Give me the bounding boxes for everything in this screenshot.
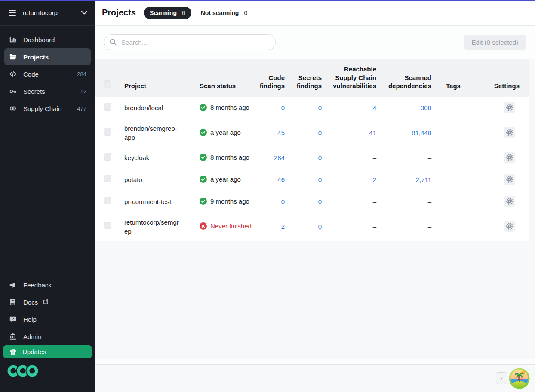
scanned-dependencies-empty: – xyxy=(428,154,431,161)
settings-button[interactable] xyxy=(504,221,515,232)
pagination-prev-button[interactable]: ‹ xyxy=(496,372,507,384)
row-checkbox[interactable] xyxy=(104,153,111,161)
reachable-vulnerabilities-link[interactable]: 4 xyxy=(373,104,376,111)
sidebar-item-projects[interactable]: Projects xyxy=(4,48,91,65)
reachable-vulnerabilities-link[interactable]: 41 xyxy=(369,129,376,136)
table-row[interactable]: keycloak8 months ago2840–– xyxy=(95,147,529,169)
scan-success-icon xyxy=(200,154,207,163)
hamburger-menu-icon[interactable] xyxy=(9,10,16,16)
reachable-vulnerabilities-empty: – xyxy=(373,198,376,205)
projects-table-card: Project Scan status Code findings Secret… xyxy=(95,59,529,359)
project-name: pr-comment-test xyxy=(124,198,171,205)
toolbar: Edit (0 selected) xyxy=(95,26,535,59)
secrets-findings-link[interactable]: 0 xyxy=(318,104,322,111)
tags-cell xyxy=(434,97,484,119)
secrets-findings-link[interactable]: 0 xyxy=(318,129,322,136)
table-row[interactable]: pr-comment-test9 months ago00–– xyxy=(95,191,529,213)
column-header-settings: Settings xyxy=(484,59,529,97)
sidebar: returntocorp Dashboard Projects Code 284 xyxy=(0,0,95,392)
column-header-scan-status: Scan status xyxy=(197,59,254,97)
select-all-checkbox[interactable] xyxy=(104,80,111,88)
org-switcher[interactable]: returntocorp xyxy=(0,0,95,26)
scan-status-text: 8 months ago xyxy=(210,154,249,161)
sidebar-nav: Dashboard Projects Code 284 Secrets 12 xyxy=(0,26,95,117)
settings-button[interactable] xyxy=(504,127,515,138)
sidebar-item-count: 477 xyxy=(77,105,86,112)
search-input[interactable] xyxy=(104,34,276,50)
help-chat-icon: ? xyxy=(9,315,17,323)
scan-success-icon xyxy=(200,104,207,113)
tab-scanning[interactable]: Scanning 6 xyxy=(144,7,191,19)
row-checkbox[interactable] xyxy=(104,222,111,229)
scan-status-link[interactable]: Never finished xyxy=(210,222,252,230)
scanned-dependencies-link[interactable]: 2,711 xyxy=(416,176,431,183)
code-icon xyxy=(9,70,17,78)
table-row[interactable]: returntocorp/semgrepNever finished20–– xyxy=(95,213,529,241)
sidebar-item-feedback[interactable]: Feedback xyxy=(0,276,95,293)
gear-icon xyxy=(505,175,514,184)
sidebar-item-supply-chain[interactable]: Supply Chain 477 xyxy=(0,100,95,117)
scan-status-text: a year ago xyxy=(210,176,241,183)
table-row[interactable]: brendon/semgrep-appa year ago4504181,440 xyxy=(95,119,529,147)
secrets-findings-link[interactable]: 0 xyxy=(318,176,322,183)
sidebar-item-secrets[interactable]: Secrets 12 xyxy=(0,83,95,100)
tab-not-scanning[interactable]: Not scanning 0 xyxy=(201,9,247,16)
settings-button[interactable] xyxy=(504,152,515,163)
row-checkbox[interactable] xyxy=(104,103,111,111)
table-header-row: Project Scan status Code findings Secret… xyxy=(95,59,529,97)
secrets-findings-link[interactable]: 0 xyxy=(318,154,322,161)
sidebar-item-label: Feedback xyxy=(23,281,52,289)
sidebar-item-admin[interactable]: Admin xyxy=(0,328,95,345)
settings-button[interactable] xyxy=(504,196,515,207)
reachable-vulnerabilities-empty: – xyxy=(373,154,376,161)
chevron-down-icon xyxy=(81,11,87,15)
project-name: potato xyxy=(124,176,142,183)
code-findings-link[interactable]: 284 xyxy=(274,154,285,161)
tab-scanning-label: Scanning xyxy=(150,9,177,16)
secrets-findings-link[interactable]: 0 xyxy=(318,198,322,205)
tags-cell xyxy=(434,147,484,169)
sidebar-item-count: 12 xyxy=(80,88,86,95)
dashboard-chart-icon xyxy=(9,36,17,43)
code-findings-link[interactable]: 45 xyxy=(277,129,285,136)
gear-icon xyxy=(505,222,514,231)
code-findings-link[interactable]: 46 xyxy=(277,176,285,183)
table-row[interactable]: brendon/local8 months ago004300 xyxy=(95,97,529,119)
code-findings-link[interactable]: 0 xyxy=(281,198,285,205)
sidebar-item-updates[interactable]: Updates xyxy=(3,345,92,358)
island-avatar[interactable] xyxy=(509,368,530,389)
table-footer-strip xyxy=(95,359,535,365)
pagination: ‹ xyxy=(95,365,535,392)
scanned-dependencies-link[interactable]: 81,440 xyxy=(412,129,431,136)
sidebar-item-docs[interactable]: Docs xyxy=(0,293,95,311)
folder-icon xyxy=(9,53,17,61)
tab-not-scanning-label: Not scanning xyxy=(201,9,239,16)
row-checkbox[interactable] xyxy=(104,128,111,136)
row-checkbox[interactable] xyxy=(104,197,111,204)
sidebar-item-help[interactable]: ? Help xyxy=(0,311,95,328)
column-header-project: Project xyxy=(122,59,197,97)
project-name: returntocorp/semgrep xyxy=(124,219,179,235)
reachable-vulnerabilities-link[interactable]: 2 xyxy=(373,176,376,183)
secrets-findings-link[interactable]: 0 xyxy=(318,223,322,230)
settings-button[interactable] xyxy=(504,102,515,113)
project-name: keycloak xyxy=(124,154,149,161)
semgrep-logo xyxy=(0,358,95,389)
settings-button[interactable] xyxy=(504,174,515,185)
sidebar-item-code[interactable]: Code 284 xyxy=(0,65,95,83)
sidebar-item-label: Supply Chain xyxy=(23,105,61,112)
project-name: brendon/semgrep-app xyxy=(124,125,177,141)
tags-cell xyxy=(434,191,484,213)
scanned-dependencies-empty: – xyxy=(428,223,431,230)
scan-success-icon xyxy=(200,198,207,207)
sidebar-item-label: Admin xyxy=(23,333,42,340)
code-findings-link[interactable]: 2 xyxy=(281,223,285,230)
scanned-dependencies-link[interactable]: 300 xyxy=(421,104,431,111)
tags-cell xyxy=(434,119,484,147)
row-checkbox[interactable] xyxy=(104,175,111,182)
sidebar-item-dashboard[interactable]: Dashboard xyxy=(0,31,95,48)
code-findings-link[interactable]: 0 xyxy=(281,104,285,111)
table-row[interactable]: potatoa year ago46022,711 xyxy=(95,169,529,191)
edit-selected-button[interactable]: Edit (0 selected) xyxy=(464,35,526,50)
project-name: brendon/local xyxy=(124,104,163,111)
